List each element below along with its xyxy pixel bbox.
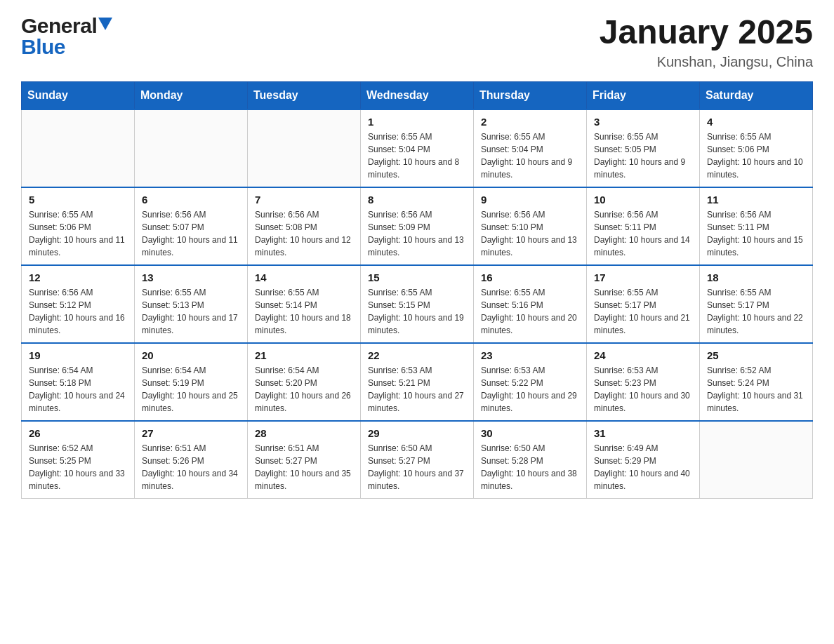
calendar-header-sunday: Sunday (22, 81, 135, 109)
logo-triangle-icon (98, 18, 112, 33)
calendar-header-row: SundayMondayTuesdayWednesdayThursdayFrid… (22, 81, 813, 109)
calendar-cell: 20Sunrise: 6:54 AM Sunset: 5:19 PM Dayli… (135, 343, 248, 421)
day-number: 25 (707, 349, 805, 361)
day-number: 8 (368, 194, 466, 206)
day-number: 4 (707, 116, 805, 128)
day-info: Sunrise: 6:55 AM Sunset: 5:17 PM Dayligh… (594, 286, 692, 337)
logo-blue-text: Blue (21, 35, 65, 59)
day-number: 3 (594, 116, 692, 128)
day-number: 5 (29, 194, 127, 206)
day-number: 1 (368, 116, 466, 128)
calendar-cell: 15Sunrise: 6:55 AM Sunset: 5:15 PM Dayli… (361, 265, 474, 343)
day-info: Sunrise: 6:54 AM Sunset: 5:19 PM Dayligh… (142, 364, 240, 415)
day-info: Sunrise: 6:54 AM Sunset: 5:18 PM Dayligh… (29, 364, 127, 415)
calendar-cell: 17Sunrise: 6:55 AM Sunset: 5:17 PM Dayli… (587, 265, 700, 343)
day-number: 26 (29, 427, 127, 439)
day-info: Sunrise: 6:49 AM Sunset: 5:29 PM Dayligh… (594, 442, 692, 492)
calendar-header-tuesday: Tuesday (248, 81, 361, 109)
calendar-cell: 28Sunrise: 6:51 AM Sunset: 5:27 PM Dayli… (248, 421, 361, 499)
calendar-cell: 27Sunrise: 6:51 AM Sunset: 5:26 PM Dayli… (135, 421, 248, 499)
day-number: 31 (594, 427, 692, 439)
calendar-cell: 11Sunrise: 6:56 AM Sunset: 5:11 PM Dayli… (700, 187, 813, 265)
day-number: 28 (255, 427, 353, 439)
calendar-cell: 13Sunrise: 6:55 AM Sunset: 5:13 PM Dayli… (135, 265, 248, 343)
page-header: General Blue January 2025 Kunshan, Jiang… (21, 14, 813, 70)
calendar-cell (22, 109, 135, 187)
calendar-cell: 12Sunrise: 6:56 AM Sunset: 5:12 PM Dayli… (22, 265, 135, 343)
day-number: 7 (255, 194, 353, 206)
day-info: Sunrise: 6:56 AM Sunset: 5:10 PM Dayligh… (481, 208, 579, 259)
calendar-cell: 16Sunrise: 6:55 AM Sunset: 5:16 PM Dayli… (474, 265, 587, 343)
day-info: Sunrise: 6:56 AM Sunset: 5:11 PM Dayligh… (594, 208, 692, 259)
day-info: Sunrise: 6:52 AM Sunset: 5:25 PM Dayligh… (29, 442, 127, 492)
day-info: Sunrise: 6:55 AM Sunset: 5:06 PM Dayligh… (29, 208, 127, 259)
calendar-header-wednesday: Wednesday (361, 81, 474, 109)
day-info: Sunrise: 6:56 AM Sunset: 5:09 PM Dayligh… (368, 208, 466, 259)
calendar-cell: 21Sunrise: 6:54 AM Sunset: 5:20 PM Dayli… (248, 343, 361, 421)
day-number: 13 (142, 271, 240, 283)
calendar-week-row: 12Sunrise: 6:56 AM Sunset: 5:12 PM Dayli… (22, 265, 813, 343)
calendar-cell: 30Sunrise: 6:50 AM Sunset: 5:28 PM Dayli… (474, 421, 587, 499)
calendar-cell: 18Sunrise: 6:55 AM Sunset: 5:17 PM Dayli… (700, 265, 813, 343)
day-info: Sunrise: 6:55 AM Sunset: 5:04 PM Dayligh… (368, 130, 466, 181)
calendar-cell: 29Sunrise: 6:50 AM Sunset: 5:27 PM Dayli… (361, 421, 474, 499)
day-info: Sunrise: 6:55 AM Sunset: 5:06 PM Dayligh… (707, 130, 805, 181)
day-info: Sunrise: 6:51 AM Sunset: 5:26 PM Dayligh… (142, 442, 240, 492)
day-info: Sunrise: 6:56 AM Sunset: 5:11 PM Dayligh… (707, 208, 805, 259)
day-info: Sunrise: 6:56 AM Sunset: 5:08 PM Dayligh… (255, 208, 353, 259)
day-number: 27 (142, 427, 240, 439)
day-number: 21 (255, 349, 353, 361)
calendar-cell: 26Sunrise: 6:52 AM Sunset: 5:25 PM Dayli… (22, 421, 135, 499)
day-number: 10 (594, 194, 692, 206)
day-info: Sunrise: 6:55 AM Sunset: 5:16 PM Dayligh… (481, 286, 579, 337)
calendar-header-saturday: Saturday (700, 81, 813, 109)
day-info: Sunrise: 6:52 AM Sunset: 5:24 PM Dayligh… (707, 364, 805, 415)
calendar-header-friday: Friday (587, 81, 700, 109)
calendar-cell: 24Sunrise: 6:53 AM Sunset: 5:23 PM Dayli… (587, 343, 700, 421)
calendar-cell: 9Sunrise: 6:56 AM Sunset: 5:10 PM Daylig… (474, 187, 587, 265)
calendar-cell: 22Sunrise: 6:53 AM Sunset: 5:21 PM Dayli… (361, 343, 474, 421)
day-number: 19 (29, 349, 127, 361)
day-info: Sunrise: 6:55 AM Sunset: 5:15 PM Dayligh… (368, 286, 466, 337)
day-number: 11 (707, 194, 805, 206)
day-info: Sunrise: 6:56 AM Sunset: 5:12 PM Dayligh… (29, 286, 127, 337)
day-number: 2 (481, 116, 579, 128)
calendar-week-row: 5Sunrise: 6:55 AM Sunset: 5:06 PM Daylig… (22, 187, 813, 265)
calendar-cell: 7Sunrise: 6:56 AM Sunset: 5:08 PM Daylig… (248, 187, 361, 265)
day-number: 15 (368, 271, 466, 283)
day-info: Sunrise: 6:53 AM Sunset: 5:22 PM Dayligh… (481, 364, 579, 415)
logo-general-text: General (21, 14, 97, 38)
location: Kunshan, Jiangsu, China (600, 54, 813, 70)
day-info: Sunrise: 6:55 AM Sunset: 5:04 PM Dayligh… (481, 130, 579, 181)
day-number: 22 (368, 349, 466, 361)
calendar-cell: 3Sunrise: 6:55 AM Sunset: 5:05 PM Daylig… (587, 109, 700, 187)
day-info: Sunrise: 6:54 AM Sunset: 5:20 PM Dayligh… (255, 364, 353, 415)
day-number: 16 (481, 271, 579, 283)
calendar-cell: 19Sunrise: 6:54 AM Sunset: 5:18 PM Dayli… (22, 343, 135, 421)
title-area: January 2025 Kunshan, Jiangsu, China (600, 14, 813, 70)
calendar-cell (135, 109, 248, 187)
calendar-week-row: 26Sunrise: 6:52 AM Sunset: 5:25 PM Dayli… (22, 421, 813, 499)
day-info: Sunrise: 6:55 AM Sunset: 5:17 PM Dayligh… (707, 286, 805, 337)
day-number: 23 (481, 349, 579, 361)
day-info: Sunrise: 6:51 AM Sunset: 5:27 PM Dayligh… (255, 442, 353, 492)
svg-marker-0 (98, 18, 112, 30)
calendar-cell: 25Sunrise: 6:52 AM Sunset: 5:24 PM Dayli… (700, 343, 813, 421)
day-info: Sunrise: 6:50 AM Sunset: 5:27 PM Dayligh… (368, 442, 466, 492)
calendar-cell: 14Sunrise: 6:55 AM Sunset: 5:14 PM Dayli… (248, 265, 361, 343)
calendar-cell (248, 109, 361, 187)
calendar-cell: 2Sunrise: 6:55 AM Sunset: 5:04 PM Daylig… (474, 109, 587, 187)
day-number: 17 (594, 271, 692, 283)
day-info: Sunrise: 6:56 AM Sunset: 5:07 PM Dayligh… (142, 208, 240, 259)
day-info: Sunrise: 6:55 AM Sunset: 5:14 PM Dayligh… (255, 286, 353, 337)
calendar-cell: 6Sunrise: 6:56 AM Sunset: 5:07 PM Daylig… (135, 187, 248, 265)
calendar-cell: 8Sunrise: 6:56 AM Sunset: 5:09 PM Daylig… (361, 187, 474, 265)
month-title: January 2025 (600, 14, 813, 51)
day-info: Sunrise: 6:55 AM Sunset: 5:05 PM Dayligh… (594, 130, 692, 181)
logo: General Blue (21, 14, 112, 59)
day-number: 9 (481, 194, 579, 206)
day-info: Sunrise: 6:53 AM Sunset: 5:21 PM Dayligh… (368, 364, 466, 415)
calendar-header-monday: Monday (135, 81, 248, 109)
day-number: 18 (707, 271, 805, 283)
calendar-cell: 4Sunrise: 6:55 AM Sunset: 5:06 PM Daylig… (700, 109, 813, 187)
